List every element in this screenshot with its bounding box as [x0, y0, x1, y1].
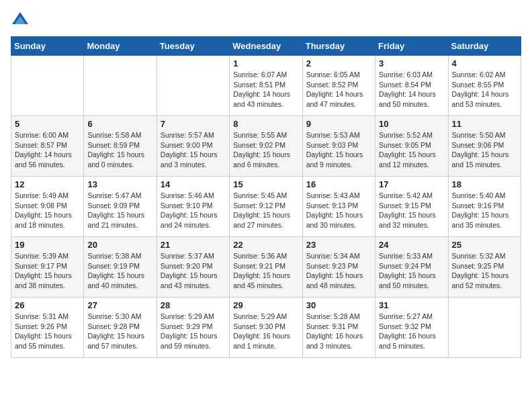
day-info: Sunrise: 5:55 AMSunset: 9:02 PMDaylight:… — [233, 130, 298, 170]
day-number: 25 — [452, 240, 517, 250]
calendar-cell: 1Sunrise: 6:07 AMSunset: 8:51 PMDaylight… — [230, 56, 302, 116]
calendar-cell: 29Sunrise: 5:29 AMSunset: 9:30 PMDayligh… — [230, 298, 302, 358]
day-info: Sunrise: 5:27 AMSunset: 9:32 PMDaylight:… — [379, 312, 444, 351]
calendar-cell: 23Sunrise: 5:34 AMSunset: 9:23 PMDayligh… — [302, 237, 375, 298]
day-info: Sunrise: 5:33 AMSunset: 9:24 PMDaylight:… — [379, 251, 444, 291]
day-number: 20 — [87, 240, 152, 250]
calendar-cell: 3Sunrise: 6:03 AMSunset: 8:54 PMDaylight… — [375, 56, 448, 116]
day-number: 1 — [233, 58, 298, 68]
day-info: Sunrise: 6:00 AMSunset: 8:57 PMDaylight:… — [15, 130, 80, 170]
day-number: 11 — [452, 119, 517, 129]
day-number: 9 — [306, 119, 371, 129]
day-info: Sunrise: 5:45 AMSunset: 9:12 PMDaylight:… — [233, 191, 298, 230]
weekday-header-friday: Friday — [375, 37, 448, 56]
calendar-cell: 24Sunrise: 5:33 AMSunset: 9:24 PMDayligh… — [375, 237, 448, 298]
day-info: Sunrise: 5:58 AMSunset: 8:59 PMDaylight:… — [87, 130, 152, 170]
calendar-cell: 11Sunrise: 5:50 AMSunset: 9:06 PMDayligh… — [448, 116, 521, 177]
weekday-header-monday: Monday — [84, 37, 157, 56]
day-info: Sunrise: 5:37 AMSunset: 9:20 PMDaylight:… — [161, 251, 226, 291]
day-number: 27 — [87, 300, 152, 310]
day-number: 18 — [452, 179, 517, 189]
day-number: 24 — [379, 240, 444, 250]
logo-icon — [11, 11, 30, 30]
day-info: Sunrise: 5:31 AMSunset: 9:26 PMDaylight:… — [15, 312, 80, 351]
calendar-cell — [84, 56, 157, 116]
calendar-cell: 20Sunrise: 5:38 AMSunset: 9:19 PMDayligh… — [84, 237, 157, 298]
day-number: 2 — [306, 58, 371, 68]
page-header — [11, 11, 521, 30]
calendar-cell: 19Sunrise: 5:39 AMSunset: 9:17 PMDayligh… — [11, 237, 84, 298]
day-number: 14 — [161, 179, 226, 189]
calendar-cell: 14Sunrise: 5:46 AMSunset: 9:10 PMDayligh… — [157, 177, 229, 237]
day-info: Sunrise: 5:46 AMSunset: 9:10 PMDaylight:… — [161, 191, 226, 230]
day-number: 30 — [306, 300, 371, 310]
calendar-cell: 7Sunrise: 5:57 AMSunset: 9:00 PMDaylight… — [157, 116, 229, 177]
day-number: 26 — [15, 300, 80, 310]
calendar-cell: 12Sunrise: 5:49 AMSunset: 9:08 PMDayligh… — [11, 177, 84, 237]
weekday-header-thursday: Thursday — [302, 37, 375, 56]
day-number: 4 — [452, 58, 517, 68]
day-number: 6 — [87, 119, 152, 129]
day-info: Sunrise: 5:29 AMSunset: 9:30 PMDaylight:… — [233, 312, 298, 351]
day-info: Sunrise: 5:50 AMSunset: 9:06 PMDaylight:… — [452, 130, 517, 170]
day-number: 13 — [87, 179, 152, 189]
day-info: Sunrise: 5:43 AMSunset: 9:13 PMDaylight:… — [306, 191, 371, 230]
day-info: Sunrise: 5:38 AMSunset: 9:19 PMDaylight:… — [87, 251, 152, 291]
calendar-table: SundayMondayTuesdayWednesdayThursdayFrid… — [11, 36, 521, 358]
day-info: Sunrise: 6:07 AMSunset: 8:51 PMDaylight:… — [233, 70, 298, 109]
calendar-cell: 17Sunrise: 5:42 AMSunset: 9:15 PMDayligh… — [375, 177, 448, 237]
day-info: Sunrise: 5:42 AMSunset: 9:15 PMDaylight:… — [379, 191, 444, 230]
calendar-cell: 18Sunrise: 5:40 AMSunset: 9:16 PMDayligh… — [448, 177, 521, 237]
day-info: Sunrise: 5:34 AMSunset: 9:23 PMDaylight:… — [306, 251, 371, 291]
calendar-row-0: 1Sunrise: 6:07 AMSunset: 8:51 PMDaylight… — [11, 56, 521, 116]
day-info: Sunrise: 6:05 AMSunset: 8:52 PMDaylight:… — [306, 70, 371, 109]
calendar-row-4: 26Sunrise: 5:31 AMSunset: 9:26 PMDayligh… — [11, 298, 521, 358]
calendar-cell — [157, 56, 229, 116]
day-number: 16 — [306, 179, 371, 189]
day-number: 10 — [379, 119, 444, 129]
calendar-cell: 15Sunrise: 5:45 AMSunset: 9:12 PMDayligh… — [230, 177, 302, 237]
calendar-cell: 25Sunrise: 5:32 AMSunset: 9:25 PMDayligh… — [448, 237, 521, 298]
day-info: Sunrise: 5:32 AMSunset: 9:25 PMDaylight:… — [452, 251, 517, 291]
day-number: 23 — [306, 240, 371, 250]
day-info: Sunrise: 5:52 AMSunset: 9:05 PMDaylight:… — [379, 130, 444, 170]
calendar-cell: 8Sunrise: 5:55 AMSunset: 9:02 PMDaylight… — [230, 116, 302, 177]
day-number: 12 — [15, 179, 80, 189]
day-info: Sunrise: 5:39 AMSunset: 9:17 PMDaylight:… — [15, 251, 80, 291]
calendar-cell — [448, 298, 521, 358]
calendar-cell: 4Sunrise: 6:02 AMSunset: 8:55 PMDaylight… — [448, 56, 521, 116]
calendar-cell — [11, 56, 84, 116]
calendar-cell: 5Sunrise: 6:00 AMSunset: 8:57 PMDaylight… — [11, 116, 84, 177]
day-number: 28 — [161, 300, 226, 310]
calendar-cell: 16Sunrise: 5:43 AMSunset: 9:13 PMDayligh… — [302, 177, 375, 237]
weekday-header-wednesday: Wednesday — [230, 37, 302, 56]
day-number: 7 — [161, 119, 226, 129]
day-number: 5 — [15, 119, 80, 129]
day-info: Sunrise: 5:40 AMSunset: 9:16 PMDaylight:… — [452, 191, 517, 230]
calendar-cell: 10Sunrise: 5:52 AMSunset: 9:05 PMDayligh… — [375, 116, 448, 177]
calendar-row-2: 12Sunrise: 5:49 AMSunset: 9:08 PMDayligh… — [11, 177, 521, 237]
day-number: 3 — [379, 58, 444, 68]
calendar-cell: 13Sunrise: 5:47 AMSunset: 9:09 PMDayligh… — [84, 177, 157, 237]
logo — [11, 11, 32, 30]
weekday-header-sunday: Sunday — [11, 37, 84, 56]
calendar-cell: 21Sunrise: 5:37 AMSunset: 9:20 PMDayligh… — [157, 237, 229, 298]
day-number: 31 — [379, 300, 444, 310]
calendar-cell: 22Sunrise: 5:36 AMSunset: 9:21 PMDayligh… — [230, 237, 302, 298]
day-number: 21 — [161, 240, 226, 250]
day-info: Sunrise: 5:30 AMSunset: 9:28 PMDaylight:… — [87, 312, 152, 351]
day-info: Sunrise: 5:49 AMSunset: 9:08 PMDaylight:… — [15, 191, 80, 230]
weekday-header-tuesday: Tuesday — [157, 37, 229, 56]
weekday-header-row: SundayMondayTuesdayWednesdayThursdayFrid… — [11, 37, 521, 56]
day-info: Sunrise: 5:28 AMSunset: 9:31 PMDaylight:… — [306, 312, 371, 351]
day-info: Sunrise: 5:36 AMSunset: 9:21 PMDaylight:… — [233, 251, 298, 291]
calendar-row-3: 19Sunrise: 5:39 AMSunset: 9:17 PMDayligh… — [11, 237, 521, 298]
day-number: 29 — [233, 300, 298, 310]
calendar-cell: 6Sunrise: 5:58 AMSunset: 8:59 PMDaylight… — [84, 116, 157, 177]
day-info: Sunrise: 5:57 AMSunset: 9:00 PMDaylight:… — [161, 130, 226, 170]
calendar-cell: 9Sunrise: 5:53 AMSunset: 9:03 PMDaylight… — [302, 116, 375, 177]
calendar-cell: 26Sunrise: 5:31 AMSunset: 9:26 PMDayligh… — [11, 298, 84, 358]
calendar-cell: 27Sunrise: 5:30 AMSunset: 9:28 PMDayligh… — [84, 298, 157, 358]
day-number: 22 — [233, 240, 298, 250]
calendar-cell: 31Sunrise: 5:27 AMSunset: 9:32 PMDayligh… — [375, 298, 448, 358]
